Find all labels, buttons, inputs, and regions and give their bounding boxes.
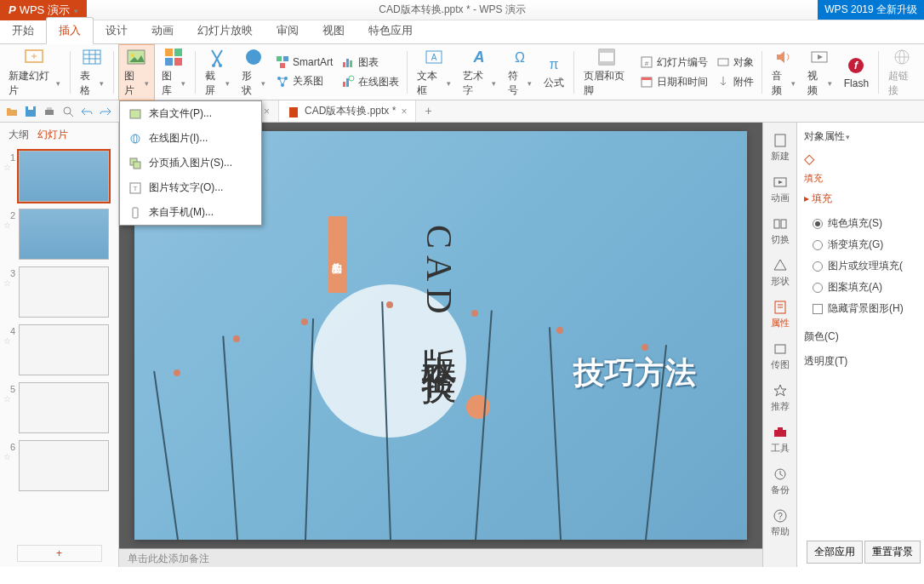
dd-online-pic[interactable]: 在线图片(I)... — [120, 126, 261, 151]
slide-thumb-5[interactable] — [19, 382, 109, 433]
header-footer-button[interactable]: 页眉和页脚 — [579, 45, 635, 100]
dd-pic-to-text[interactable]: T图片转文字(O)... — [120, 175, 261, 200]
flash-button[interactable]: f Flash — [839, 54, 874, 91]
svg-rect-49 — [28, 106, 33, 110]
formula-button[interactable]: π 公式 — [539, 52, 569, 92]
tab-review[interactable]: 审阅 — [265, 18, 311, 43]
redo-icon[interactable] — [99, 105, 112, 118]
slide-thumb-2[interactable] — [19, 209, 109, 260]
slide-thumb-4[interactable] — [19, 324, 109, 375]
textbox-icon: A — [424, 47, 444, 67]
header-footer-label: 页眉和页脚 — [584, 69, 630, 98]
outline-tab[interactable]: 大纲 — [9, 128, 29, 142]
rtool-trans[interactable]: 切换 — [765, 211, 796, 251]
relation-button[interactable]: 关系图 — [272, 72, 336, 90]
fill-gradient[interactable]: 渐变填充(G) — [804, 234, 917, 255]
dd-from-file[interactable]: 来自文件(P)... — [120, 101, 261, 126]
close-cloud-tab[interactable]: × — [264, 106, 270, 117]
smartart-button[interactable]: SmartArt — [272, 54, 336, 71]
textbox-button[interactable]: A 文本框 — [412, 45, 455, 100]
shape-button[interactable]: 形状 — [237, 45, 271, 100]
slide-number-button[interactable]: #幻灯片编号 — [636, 54, 711, 72]
open-icon[interactable] — [5, 105, 19, 118]
dd-from-phone[interactable]: 来自手机(M)... — [120, 200, 261, 225]
add-doc-tab[interactable]: + — [416, 100, 440, 122]
hyperlink-button[interactable]: 超链接 — [883, 45, 921, 100]
fill-solid[interactable]: 纯色填充(S) — [804, 213, 917, 234]
tab-insert[interactable]: 插入 — [46, 17, 94, 44]
fill-picture[interactable]: 图片或纹理填充( — [804, 255, 917, 277]
preview-icon[interactable] — [61, 105, 75, 118]
rtool-upload[interactable]: 传图 — [765, 336, 796, 376]
color-label[interactable]: 颜色(C) — [804, 329, 917, 344]
fill-pattern[interactable]: 图案填充(A) — [804, 277, 917, 298]
video-button[interactable]: 视频 — [802, 45, 837, 100]
rtool-tools[interactable]: 工具 — [765, 420, 796, 460]
wordart-button[interactable]: A 艺术字 — [458, 45, 501, 100]
tab-start[interactable]: 开始 — [0, 18, 46, 43]
datetime-icon — [640, 75, 653, 89]
rtool-help[interactable]: ?帮助 — [765, 503, 796, 543]
svg-rect-73 — [134, 162, 140, 169]
rtool-backup[interactable]: 备份 — [765, 461, 796, 501]
reset-bg-button[interactable]: 重置背景 — [864, 541, 921, 564]
hide-bg-check[interactable]: 隐藏背景图形(H) — [804, 298, 917, 319]
tab-animation[interactable]: 动画 — [140, 18, 185, 43]
dd-multi-insert[interactable]: 分页插入图片(S)... — [120, 151, 261, 175]
slide-thumb-3[interactable] — [19, 266, 109, 318]
save-icon[interactable] — [24, 105, 37, 118]
svg-marker-59 — [774, 260, 786, 270]
properties-panel: 对象属性 ◇ 填充 ▸ 填充 纯色填充(S) 渐变填充(G) 图片或纹理填充( … — [796, 123, 924, 567]
chart-button[interactable]: 图表 — [338, 54, 402, 72]
add-slide-button[interactable]: + — [17, 545, 102, 562]
thumb-star: ☆ — [3, 163, 15, 172]
pic-text-icon: T — [128, 181, 142, 195]
rtool-anim[interactable]: 动画 — [765, 169, 796, 209]
attachment-button[interactable]: 附件 — [713, 73, 757, 91]
print-icon[interactable] — [43, 105, 56, 118]
screenshot-button[interactable]: 截屏 — [200, 45, 235, 100]
slide-badge: 心头的安放 — [328, 216, 347, 293]
picture-button[interactable]: 图片 — [118, 44, 155, 100]
panel-title[interactable]: 对象属性 — [804, 129, 917, 144]
header-footer-icon — [596, 47, 617, 67]
notes-bar[interactable]: 单击此处添加备注 — [119, 548, 762, 567]
rtool-recommend[interactable]: 推荐 — [765, 378, 796, 418]
symbol-label: 符号 — [508, 69, 533, 98]
online-chart-icon — [341, 75, 355, 89]
tab-design[interactable]: 设计 — [94, 18, 140, 43]
svg-point-70 — [131, 135, 140, 143]
undo-icon[interactable] — [80, 105, 94, 118]
online-chart-button[interactable]: 在线图表 — [338, 73, 402, 91]
flash-icon: f — [846, 55, 866, 76]
symbol-button[interactable]: Ω 符号 — [503, 45, 538, 100]
svg-rect-17 — [277, 56, 282, 61]
tab-slideshow[interactable]: 幻灯片放映 — [185, 18, 265, 43]
table-button[interactable]: 表格 — [75, 45, 110, 100]
active-doc-tab[interactable]: CAD版本转换.pptx * × — [279, 100, 416, 122]
audio-button[interactable]: 音频 — [767, 45, 801, 100]
object-button[interactable]: 对象 — [713, 54, 757, 72]
transparency-label[interactable]: 透明度(T) — [804, 354, 917, 369]
slide-thumb-1[interactable] — [19, 151, 109, 202]
tab-special[interactable]: 特色应用 — [356, 18, 425, 43]
gallery-button[interactable]: 图库 — [157, 45, 191, 100]
rtool-shape[interactable]: 形状 — [765, 253, 796, 293]
datetime-button[interactable]: 日期和时间 — [636, 73, 711, 91]
file-pic-icon — [128, 107, 142, 121]
rtool-new[interactable]: 新建 — [765, 128, 796, 168]
fill-section-head[interactable]: ▸ 填充 — [804, 192, 917, 206]
tab-view[interactable]: 视图 — [311, 18, 356, 43]
close-active-tab[interactable]: × — [401, 106, 407, 117]
rtool-props[interactable]: 属性 — [765, 295, 796, 335]
upgrade-badge[interactable]: WPS 2019 全新升级 — [818, 0, 924, 20]
slide-thumb-6[interactable] — [19, 440, 109, 491]
right-toolbar: 新建 动画 切换 形状 属性 传图 推荐 工具 备份 ?帮助 — [762, 123, 796, 567]
fill-bucket-icon[interactable]: ◇ — [804, 151, 917, 167]
svg-point-9 — [131, 54, 134, 57]
new-slide-button[interactable]: 新建幻灯片 — [3, 45, 66, 100]
chart-icon — [341, 55, 355, 69]
slides-tab[interactable]: 幻灯片 — [37, 128, 68, 142]
apply-all-button[interactable]: 全部应用 — [807, 541, 863, 564]
symbol-icon: Ω — [510, 47, 530, 67]
